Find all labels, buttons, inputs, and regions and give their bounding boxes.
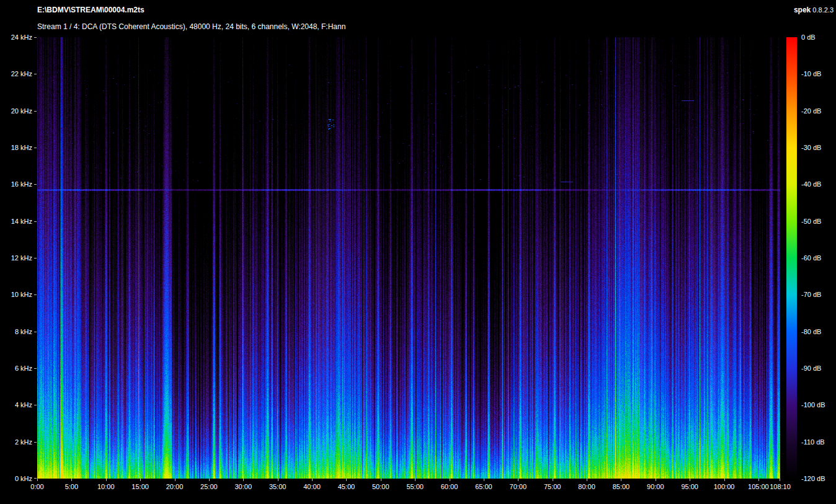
freq-axis-label: 6 kHz: [0, 365, 32, 372]
db-axis-label: -30 dB: [801, 144, 821, 151]
freq-axis-tick: [34, 148, 37, 148]
freq-axis-label: 16 kHz: [0, 180, 32, 188]
freq-axis-label: 0 kHz: [0, 475, 32, 482]
time-axis-tick: [106, 479, 107, 481]
time-axis-label: 80:00: [578, 483, 595, 490]
time-axis-label: 20:00: [166, 483, 184, 490]
freq-axis-tick: [34, 442, 37, 443]
time-axis-label: 75:00: [544, 483, 561, 490]
time-axis-tick: [175, 479, 176, 481]
time-axis-tick: [243, 479, 244, 481]
time-axis-tick: [450, 479, 450, 481]
time-axis-tick: [724, 479, 725, 481]
freq-axis-tick: [34, 478, 37, 479]
db-axis-label: -80 dB: [801, 328, 821, 335]
freq-axis-tick: [34, 368, 37, 369]
spectrogram-canvas: [37, 37, 780, 479]
freq-axis-label: 10 kHz: [0, 291, 32, 298]
app-name: spek: [794, 6, 811, 14]
time-axis-tick: [587, 479, 587, 481]
time-axis-label: 65:00: [475, 483, 492, 490]
legend-gradient-bar: [786, 37, 797, 479]
db-axis-label: -20 dB: [801, 107, 821, 115]
freq-axis-label: 8 kHz: [0, 328, 32, 335]
time-axis-tick: [758, 479, 759, 481]
db-axis-label: -60 dB: [801, 254, 821, 262]
time-axis-tick: [346, 479, 347, 481]
file-path-title: E:\BDMV\STREAM\00004.m2ts: [37, 6, 145, 14]
time-axis-label: 95:00: [681, 483, 698, 490]
freq-axis-label: 12 kHz: [0, 254, 32, 262]
time-axis-tick: [656, 479, 656, 481]
freq-axis-tick: [34, 221, 37, 222]
freq-axis-tick: [34, 74, 37, 74]
time-axis-tick: [780, 479, 780, 481]
freq-axis-tick: [34, 332, 37, 332]
app-version-badge: spek 0.8.2.3: [794, 6, 834, 14]
time-axis-tick: [312, 479, 313, 481]
time-axis-label: 10:00: [97, 483, 115, 490]
freq-axis-label: 18 kHz: [0, 144, 32, 151]
freq-axis-tick: [34, 37, 37, 38]
time-axis-label: 35:00: [269, 483, 287, 490]
stream-info: Stream 1 / 4: DCA (DTS Coherent Acoustic…: [37, 22, 345, 31]
time-axis-label: 50:00: [372, 483, 389, 490]
time-axis-tick: [690, 479, 690, 481]
freq-axis-label: 4 kHz: [0, 401, 32, 409]
spek-window: E:\BDMV\STREAM\00004.m2ts Stream 1 / 4: …: [0, 0, 836, 504]
time-axis-label: 70:00: [510, 483, 527, 490]
time-axis-tick: [621, 479, 621, 481]
time-axis-tick: [381, 479, 381, 481]
time-axis-tick: [209, 479, 210, 481]
db-axis-label: 0 dB: [801, 33, 816, 41]
app-version: 0.8.2.3: [812, 6, 834, 14]
freq-axis-tick: [34, 184, 37, 185]
time-axis-label: 60:00: [441, 483, 458, 490]
freq-axis-label: 2 kHz: [0, 438, 32, 446]
freq-axis-label: 24 kHz: [0, 33, 32, 41]
time-axis-label: 55:00: [406, 483, 424, 490]
db-axis-label: -70 dB: [801, 291, 821, 298]
time-axis-label: 90:00: [647, 483, 664, 490]
time-axis-tick: [37, 479, 38, 481]
freq-axis-tick: [34, 111, 37, 112]
time-axis-label: 30:00: [234, 483, 252, 490]
time-axis-tick: [140, 479, 141, 481]
freq-axis-tick: [34, 258, 37, 259]
time-axis-label: 5:00: [65, 483, 78, 490]
db-axis-label: -50 dB: [801, 218, 821, 225]
freq-axis-label: 20 kHz: [0, 107, 32, 115]
freq-axis-label: 14 kHz: [0, 218, 32, 225]
time-axis-tick: [278, 479, 278, 481]
time-axis-label: 105:00: [748, 483, 769, 490]
time-axis-label: 85:00: [613, 483, 630, 490]
db-axis-label: -40 dB: [801, 180, 821, 188]
time-axis-label: 40:00: [303, 483, 321, 490]
time-axis-tick: [484, 479, 484, 481]
time-axis-tick: [553, 479, 553, 481]
time-axis-label: 15:00: [131, 483, 149, 490]
db-axis-label: -120 dB: [801, 475, 825, 482]
time-axis-label: 25:00: [200, 483, 218, 490]
freq-axis-tick: [34, 294, 37, 295]
time-axis-label: 0:00: [30, 483, 43, 490]
time-axis-label: 45:00: [338, 483, 355, 490]
time-axis-tick: [518, 479, 518, 481]
db-axis-label: -90 dB: [801, 365, 821, 372]
time-axis-label: 100:00: [714, 483, 735, 490]
time-axis-tick: [415, 479, 416, 481]
time-axis-label: 108:10: [770, 483, 791, 490]
time-axis-tick: [71, 479, 72, 481]
db-axis-label: -10 dB: [801, 70, 821, 77]
freq-axis-label: 22 kHz: [0, 70, 32, 77]
freq-axis-tick: [34, 405, 37, 405]
db-axis-label: -100 dB: [801, 401, 825, 409]
db-axis-label: -110 dB: [801, 438, 825, 446]
